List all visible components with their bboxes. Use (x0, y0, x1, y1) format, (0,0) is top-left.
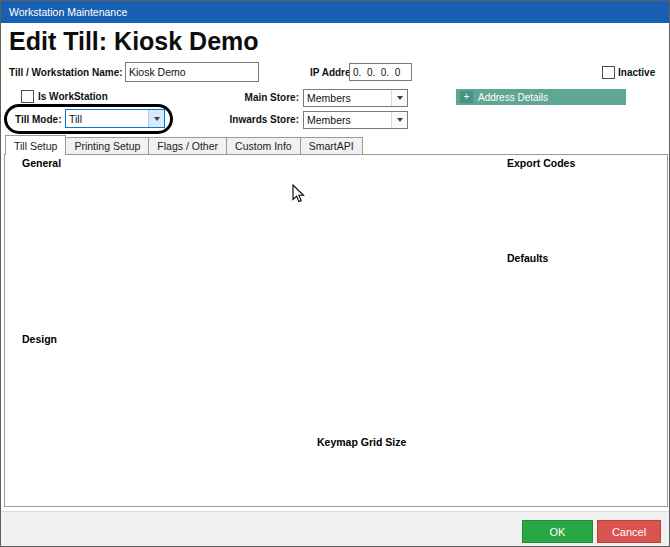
design-title: Design (19, 333, 60, 345)
main-store-label: Main Store: (231, 92, 299, 103)
tab-strip: Till Setup Printing Setup Flags / Other … (5, 135, 363, 155)
till-setup-tab-panel (4, 154, 668, 507)
till-mode-select[interactable]: Till (65, 109, 165, 128)
workstation-maintenance-window: Workstation Maintenance Edit Till: Kiosk… (0, 0, 670, 547)
till-name-label: Till / Workstation Name: (9, 67, 123, 78)
tab-flags-other[interactable]: Flags / Other (149, 137, 227, 154)
ip-address-input[interactable] (349, 63, 412, 81)
chevron-down-icon (391, 90, 407, 106)
selected-value: Members (304, 90, 391, 106)
inactive-label: Inactive (618, 67, 655, 78)
export-codes-title: Export Codes (504, 157, 578, 169)
tab-smartapi[interactable]: SmartAPI (301, 137, 363, 154)
cancel-button[interactable]: Cancel (597, 520, 661, 543)
titlebar: Workstation Maintenance (1, 1, 669, 23)
selected-value: Members (304, 112, 391, 128)
inwards-store-select[interactable]: Members (303, 111, 408, 129)
address-details-label: Address Details (478, 92, 548, 103)
chevron-down-icon (391, 112, 407, 128)
till-mode-label: Till Mode: (15, 114, 61, 125)
mouse-cursor (292, 184, 305, 203)
inwards-store-label: Inwards Store: (223, 114, 299, 125)
tab-till-setup[interactable]: Till Setup (5, 135, 66, 155)
is-workstation-checkbox[interactable] (21, 90, 34, 103)
main-store-select[interactable]: Members (303, 89, 408, 107)
plus-icon: + (460, 91, 473, 103)
ok-button[interactable]: OK (522, 520, 593, 543)
selected-value: Till (66, 110, 148, 127)
till-name-input[interactable] (125, 62, 259, 82)
inactive-checkbox[interactable] (602, 66, 615, 79)
general-title: General (19, 157, 64, 169)
defaults-title: Defaults (504, 252, 551, 264)
tab-printing-setup[interactable]: Printing Setup (66, 137, 149, 154)
chevron-down-icon (148, 110, 164, 127)
page-title: Edit Till: Kiosk Demo (9, 27, 259, 56)
address-details-button[interactable]: + Address Details (456, 89, 626, 105)
window-title: Workstation Maintenance (9, 6, 127, 18)
keymap-grid-size-title: Keymap Grid Size (314, 436, 409, 448)
tab-custom-info[interactable]: Custom Info (227, 137, 301, 154)
is-workstation-label: Is WorkStation (38, 91, 108, 102)
